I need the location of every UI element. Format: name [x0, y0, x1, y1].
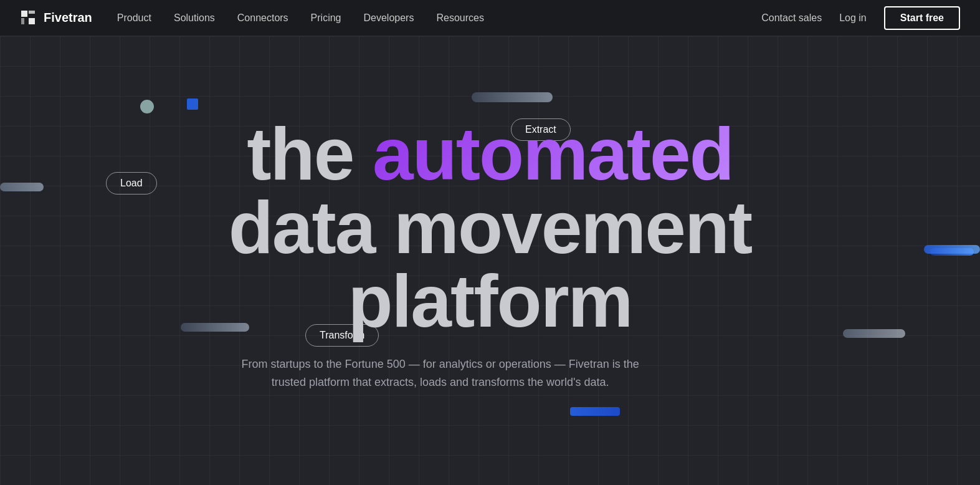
nav-item-connectors[interactable]: Connectors	[237, 12, 288, 24]
contact-sales-link[interactable]: Contact sales	[761, 12, 822, 24]
hero-section: Extract Load Transform the automated dat…	[0, 36, 980, 485]
svg-rect-3	[29, 18, 35, 24]
decorative-circle-dot	[140, 100, 154, 113]
logo[interactable]: Fivetran	[20, 9, 92, 27]
headline-line-2: data movement	[229, 191, 752, 264]
nav-item-product[interactable]: Product	[117, 12, 151, 24]
nav-item-resources[interactable]: Resources	[436, 12, 483, 24]
headline-the: the	[247, 113, 373, 195]
headline-line-3: platform	[229, 264, 752, 338]
navbar: Fivetran Product Solutions Connectors Pr…	[0, 0, 980, 36]
decorative-pill-bottom-right	[570, 407, 620, 416]
badge-load: Load	[106, 172, 157, 194]
headline-line-1: the automated	[229, 117, 752, 191]
decorative-pill-top-center	[472, 92, 553, 102]
log-in-link[interactable]: Log in	[839, 12, 867, 24]
headline-automated: automated	[373, 113, 733, 195]
decorative-pill-right-bottom	[843, 329, 905, 338]
hero-headline: the automated data movement platform Fro…	[229, 117, 752, 391]
svg-rect-1	[29, 11, 35, 14]
decorative-square-dot	[187, 98, 198, 110]
nav-item-solutions[interactable]: Solutions	[174, 12, 215, 24]
decorative-pill-right-top	[924, 245, 980, 254]
nav-right: Contact sales Log in Start free	[761, 6, 960, 30]
logo-text: Fivetran	[44, 11, 92, 25]
svg-rect-2	[21, 18, 24, 24]
hero-subtext: From startups to the Fortune 500 — for a…	[229, 355, 652, 391]
logo-icon	[20, 9, 37, 27]
nav-left: Fivetran Product Solutions Connectors Pr…	[20, 9, 484, 27]
svg-rect-0	[21, 11, 27, 17]
decorative-pill-left	[0, 183, 44, 191]
nav-item-pricing[interactable]: Pricing	[311, 12, 341, 24]
nav-item-developers[interactable]: Developers	[364, 12, 414, 24]
start-free-button[interactable]: Start free	[884, 6, 960, 30]
nav-links: Product Solutions Connectors Pricing Dev…	[117, 12, 484, 24]
